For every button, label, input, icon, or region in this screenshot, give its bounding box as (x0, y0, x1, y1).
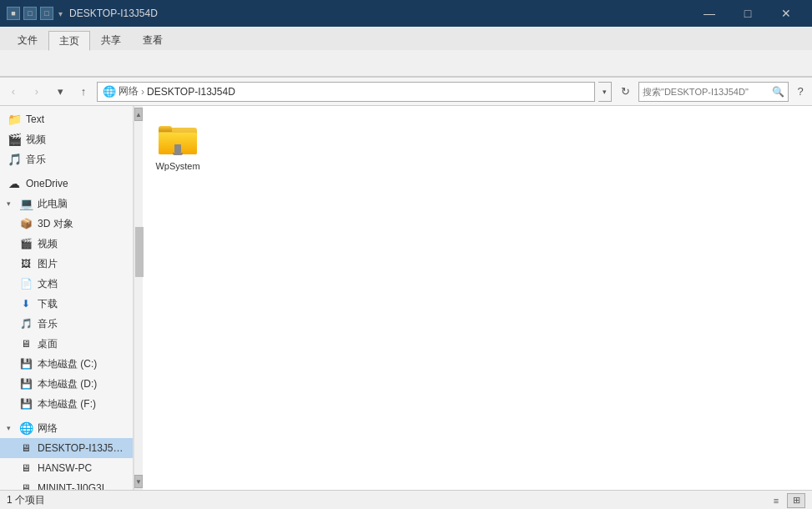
recent-button[interactable]: ▾ (50, 82, 70, 102)
address-bar: ‹ › ▾ ↑ 🌐 网络 › DESKTOP-I13J54D ▾ ↻ 🔍 ? (0, 78, 812, 106)
maximize-button[interactable]: □ (729, 0, 767, 27)
sidebar-item-local-c[interactable]: 💾 本地磁盘 (C:) (0, 354, 133, 374)
sidebar-item-documents[interactable]: 📄 文档 (0, 274, 133, 294)
sidebar-item-downloads[interactable]: ⬇ 下载 (0, 294, 133, 314)
address-breadcrumb[interactable]: 🌐 网络 › DESKTOP-I13J54D (97, 82, 595, 102)
local-d-icon: 💾 (18, 376, 33, 391)
list-view-button[interactable]: ≡ (767, 493, 785, 508)
title-text: DESKTOP-I13J54D (69, 8, 690, 19)
title-icon-2: □ (23, 7, 37, 20)
title-icon-1: ■ (7, 7, 20, 20)
this-pc-icon: 💻 (18, 196, 33, 211)
title-arrow: ▾ (58, 9, 63, 18)
breadcrumb-current: DESKTOP-I13J54D (147, 86, 235, 98)
tab-home[interactable]: 主页 (48, 31, 90, 51)
local-c-icon: 💾 (18, 356, 33, 371)
title-icon-3: □ (40, 7, 53, 20)
forward-button[interactable]: › (27, 82, 47, 102)
view-buttons: ≡ ⊞ (767, 493, 805, 508)
text-folder-icon: 📁 (7, 112, 22, 127)
search-icon[interactable]: 🔍 (772, 86, 784, 98)
title-controls: — □ ✕ (690, 0, 805, 27)
wpsystem-label: WpSystem (155, 161, 199, 171)
address-dropdown[interactable]: ▾ (598, 82, 612, 102)
music-quick-icon: 🎵 (7, 152, 22, 167)
desktop-i13j54d-icon: 🖥 (18, 441, 33, 456)
pc-videos-icon: 🎬 (18, 236, 33, 251)
breadcrumb-network[interactable]: 🌐 网络 (103, 84, 139, 98)
tab-share[interactable]: 共享 (90, 30, 132, 50)
onedrive-icon: ☁ (7, 176, 22, 191)
sidebar-item-minint[interactable]: 🖥 MININT-JI0G3I… (0, 478, 133, 490)
sidebar-item-pc-music[interactable]: 🎵 音乐 (0, 314, 133, 334)
ribbon-tabs: 文件 主页 共享 查看 (0, 27, 812, 50)
minimize-button[interactable]: — (690, 0, 729, 27)
documents-icon: 📄 (18, 276, 33, 291)
minint-icon: 🖥 (18, 481, 33, 490)
3d-icon: 📦 (18, 216, 33, 231)
desktop-icon: 🖥 (18, 336, 33, 351)
ribbon: 文件 主页 共享 查看 (0, 27, 812, 78)
ribbon-content (0, 50, 812, 77)
tab-file[interactable]: 文件 (7, 30, 48, 50)
local-f-icon: 💾 (18, 396, 33, 411)
sidebar-item-pc-videos[interactable]: 🎬 视频 (0, 234, 133, 254)
main-layout: 📁 Text 🎬 视频 🎵 音乐 ☁ OneDrive ▾ 💻 此电脑 (0, 106, 812, 490)
network-icon: 🌐 (18, 421, 33, 436)
up-button[interactable]: ↑ (73, 82, 93, 102)
sidebar-item-music-quick[interactable]: 🎵 音乐 (0, 149, 133, 169)
tab-view[interactable]: 查看 (132, 30, 174, 50)
grid-view-button[interactable]: ⊞ (787, 493, 805, 508)
sidebar-item-desktop[interactable]: 🖥 桌面 (0, 334, 133, 354)
wpsystem-icon-wrapper (158, 118, 198, 158)
sidebar-item-local-f[interactable]: 💾 本地磁盘 (F:) (0, 394, 133, 414)
title-bar: ■ □ □ ▾ DESKTOP-I13J54D — □ ✕ (0, 0, 812, 27)
network-expander: ▾ (7, 424, 15, 432)
sidebar-item-onedrive[interactable]: ☁ OneDrive (0, 169, 133, 194)
downloads-icon: ⬇ (18, 296, 33, 311)
sidebar-container: 📁 Text 🎬 视频 🎵 音乐 ☁ OneDrive ▾ 💻 此电脑 (0, 106, 134, 490)
pc-music-icon: 🎵 (18, 316, 33, 331)
this-pc-expander: ▾ (7, 199, 15, 208)
status-bar: 1 个项目 ≡ ⊞ (0, 490, 812, 509)
sidebar-scrollbar[interactable]: ▲ ▼ (134, 106, 143, 490)
sidebar-item-pictures[interactable]: 🖼 图片 (0, 254, 133, 274)
sidebar-item-this-pc[interactable]: ▾ 💻 此电脑 (0, 194, 133, 214)
sidebar-item-3d[interactable]: 📦 3D 对象 (0, 214, 133, 234)
sidebar-item-hansw-pc[interactable]: 🖥 HANSW-PC (0, 458, 133, 478)
search-input[interactable] (643, 87, 772, 97)
pictures-icon: 🖼 (18, 256, 33, 271)
search-box: 🔍 (638, 82, 789, 102)
breadcrumb-sep-1: › (141, 86, 144, 98)
close-button[interactable]: ✕ (767, 0, 805, 27)
videos-quick-icon: 🎬 (7, 132, 22, 147)
help-button[interactable]: ? (792, 82, 809, 102)
sidebar: 📁 Text 🎬 视频 🎵 音乐 ☁ OneDrive ▾ 💻 此电脑 (0, 106, 134, 490)
sidebar-item-text[interactable]: 📁 Text (0, 109, 133, 129)
status-count: 1 个项目 (7, 493, 45, 507)
file-item-wpsystem[interactable]: WpSystem (140, 113, 215, 176)
back-button[interactable]: ‹ (3, 82, 23, 102)
title-bar-icons: ■ □ □ (7, 7, 53, 20)
sidebar-item-desktop-i13j54d[interactable]: 🖥 DESKTOP-I13J5… (0, 438, 133, 458)
hansw-pc-icon: 🖥 (18, 461, 33, 476)
sidebar-item-network[interactable]: ▾ 🌐 网络 (0, 414, 133, 438)
content-area: WpSystem (134, 106, 812, 490)
sidebar-item-videos-quick[interactable]: 🎬 视频 (0, 129, 133, 149)
refresh-button[interactable]: ↻ (615, 82, 635, 102)
sidebar-item-local-d[interactable]: 💾 本地磁盘 (D:) (0, 374, 133, 394)
